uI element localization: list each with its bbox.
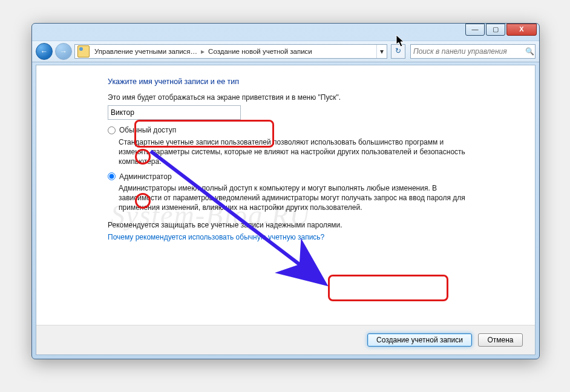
breadcrumb-seg-1[interactable]: Управление учетными запися… <box>92 48 200 55</box>
search-icon: 🔍 <box>524 47 535 56</box>
standard-radio[interactable] <box>108 126 116 134</box>
recommendation-text: Рекомендуется защищать все учетные запис… <box>108 221 517 229</box>
name-description: Это имя будет отображаться на экране при… <box>108 93 517 102</box>
option-standard: Обычный доступ Стандартные учетные запис… <box>108 126 517 166</box>
standard-label-text: Обычный доступ <box>119 126 176 134</box>
address-dropdown-icon[interactable]: ▾ <box>376 45 387 58</box>
breadcrumb-seg-2[interactable]: Создание новой учетной записи <box>206 48 315 55</box>
admin-label-text: Администратор <box>119 172 172 181</box>
create-account-button[interactable]: Создание учетной записи <box>367 333 472 347</box>
cancel-button[interactable]: Отмена <box>478 333 523 347</box>
back-button[interactable]: ← <box>36 43 53 60</box>
footer-bar: Создание учетной записи Отмена <box>36 325 535 354</box>
client-area: Укажите имя учетной записи и ее тип Это … <box>36 65 536 355</box>
title-bar: — ▢ X <box>32 24 539 41</box>
search-box[interactable]: 🔍 <box>410 44 536 59</box>
admin-radio-label[interactable]: Администратор <box>108 172 172 181</box>
navigation-toolbar: ← → Управление учетными запися… ▸ Создан… <box>32 41 539 62</box>
user-accounts-icon <box>77 45 90 57</box>
search-input[interactable] <box>411 47 524 56</box>
why-standard-link[interactable]: Почему рекомендуется использовать обычну… <box>108 233 324 241</box>
maximize-button[interactable]: ▢ <box>486 24 505 36</box>
breadcrumb-sep-icon: ▸ <box>200 47 206 56</box>
admin-desc: Администраторы имеют полный доступ к ком… <box>119 183 470 212</box>
control-panel-window: — ▢ X ← → Управление учетными запися… ▸ … <box>31 23 540 359</box>
account-name-input[interactable] <box>108 105 241 120</box>
standard-desc: Стандартные учетные записи пользователей… <box>119 137 470 166</box>
address-bar[interactable]: Управление учетными запися… ▸ Создание н… <box>74 44 387 59</box>
admin-radio[interactable] <box>108 172 116 180</box>
page-heading: Укажите имя учетной записи и ее тип <box>108 77 517 86</box>
standard-radio-label[interactable]: Обычный доступ <box>108 126 176 134</box>
forward-button[interactable]: → <box>55 43 72 60</box>
content-pane: Укажите имя учетной записи и ее тип Это … <box>36 65 535 241</box>
option-admin: Администратор Администраторы имеют полны… <box>108 172 517 213</box>
minimize-button[interactable]: — <box>465 24 485 36</box>
refresh-button[interactable]: ↻ <box>391 44 405 59</box>
close-button[interactable]: X <box>506 24 537 36</box>
